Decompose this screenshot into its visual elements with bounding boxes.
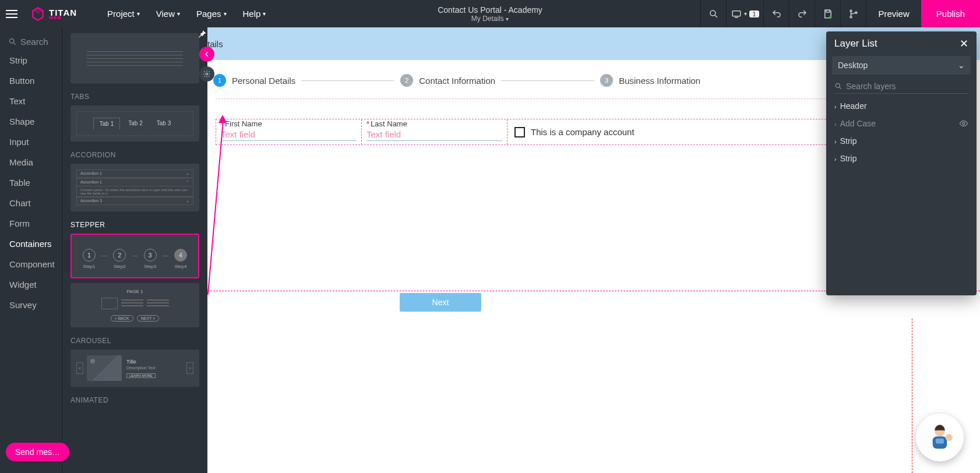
checkbox-icon[interactable] xyxy=(514,127,525,137)
menu-help[interactable]: Help▾ xyxy=(243,9,266,19)
cat-table[interactable]: Table xyxy=(0,172,62,193)
layer-search-input[interactable] xyxy=(846,82,968,91)
cat-shape[interactable]: Shape xyxy=(0,111,62,132)
annotation-arrowhead xyxy=(218,115,227,123)
card-tabs[interactable]: Tab 1 Tab 2 Tab 3 xyxy=(70,105,199,142)
svg-rect-4 xyxy=(826,10,830,12)
section-tabs: TABS xyxy=(70,93,199,101)
section-accordion: ACCORDION xyxy=(70,151,199,159)
layer-item-header[interactable]: ›Header xyxy=(826,97,977,115)
last-name-input[interactable] xyxy=(366,128,502,141)
cat-chart[interactable]: Chart xyxy=(0,193,62,213)
menu-project[interactable]: Project▾ xyxy=(107,9,140,19)
top-menu: Project▾ View▾ Pages▾ Help▾ xyxy=(107,9,266,19)
cat-survey[interactable]: Survey xyxy=(0,295,62,315)
category-rail: Search Strip Button Text Shape Input Med… xyxy=(0,27,62,473)
chevron-down-icon: ▾ xyxy=(506,16,509,22)
card-lines[interactable] xyxy=(70,33,199,83)
eye-icon[interactable] xyxy=(959,119,968,128)
card-pager[interactable]: PAGE 1 < BACKNEXT > xyxy=(70,283,199,327)
step-badge-3[interactable]: 3 xyxy=(600,74,613,87)
section-carousel: CAROUSEL xyxy=(70,337,199,345)
chevron-down-icon: ▾ xyxy=(263,10,266,17)
undo-icon[interactable] xyxy=(763,0,789,27)
field-last-name[interactable]: *Last Name xyxy=(362,119,507,144)
chevron-down-icon: ▾ xyxy=(224,10,227,17)
collapse-panel-button[interactable] xyxy=(199,47,214,62)
svg-point-14 xyxy=(963,122,965,125)
svg-point-0 xyxy=(710,10,715,16)
svg-rect-19 xyxy=(947,434,950,438)
layer-item-strip-1[interactable]: ›Strip xyxy=(826,132,977,150)
cat-text[interactable]: Text xyxy=(0,91,62,111)
svg-line-13 xyxy=(840,87,841,89)
pin-icon[interactable] xyxy=(196,29,207,40)
cat-component[interactable]: Component xyxy=(0,254,62,274)
close-icon[interactable]: ✕ xyxy=(960,37,968,50)
chevron-down-icon: ⌄ xyxy=(958,61,965,70)
first-name-input[interactable] xyxy=(221,128,357,141)
annotation-arrow xyxy=(207,121,224,295)
cat-input[interactable]: Input xyxy=(0,132,62,152)
cat-strip[interactable]: Strip xyxy=(0,50,62,70)
chevron-left-icon: ‹ xyxy=(76,362,83,374)
layer-panel: Layer List ✕ Desktop ⌄ ›Header ›Add Case… xyxy=(826,31,977,295)
topbar-actions: ▾ 1 Preview Publish xyxy=(700,0,980,27)
card-stepper[interactable]: 1Step1 — 2Step2 — 3Step3 — 4Step4 xyxy=(70,234,199,278)
next-button[interactable]: Next xyxy=(400,293,481,312)
card-accordion[interactable]: Accordion 1⌄ Accordion 1⌃ Content panel … xyxy=(70,164,199,211)
svg-point-5 xyxy=(829,16,832,19)
device-count-badge: 1 xyxy=(749,10,759,17)
step-badge-2[interactable]: 2 xyxy=(400,74,413,87)
cat-media[interactable]: Media xyxy=(0,152,62,172)
step-label-3: Business Information xyxy=(619,76,700,86)
chevron-down-icon: ▾ xyxy=(137,10,140,17)
topbar: TITAN WEB Project▾ View▾ Pages▾ Help▾ Co… xyxy=(0,0,980,27)
layer-search[interactable] xyxy=(834,79,968,94)
step-label-1: Personal Details xyxy=(232,76,295,86)
section-animated: ANIMATED xyxy=(70,396,199,404)
svg-point-12 xyxy=(836,83,840,87)
branch-icon[interactable] xyxy=(840,0,866,27)
component-panel: TABS Tab 1 Tab 2 Tab 3 ACCORDION Accordi… xyxy=(62,27,207,473)
step-badge-1[interactable]: 1 xyxy=(213,74,226,87)
redo-icon[interactable] xyxy=(789,0,815,27)
card-carousel[interactable]: ‹ Title Description Text LEARN MORE › xyxy=(70,350,199,387)
help-avatar[interactable] xyxy=(916,414,964,461)
publish-button[interactable]: Publish xyxy=(921,0,980,27)
device-preview[interactable]: ▾ 1 xyxy=(726,0,763,27)
svg-rect-17 xyxy=(936,439,944,444)
svg-point-11 xyxy=(206,73,208,75)
svg-point-7 xyxy=(850,16,852,17)
preview-button[interactable]: Preview xyxy=(866,0,921,27)
svg-point-9 xyxy=(10,39,15,44)
layer-panel-title: Layer List xyxy=(834,38,877,50)
send-message-button[interactable]: Send mes… xyxy=(6,443,69,461)
svg-line-10 xyxy=(13,43,15,44)
svg-point-6 xyxy=(850,10,852,12)
cat-containers[interactable]: Containers xyxy=(0,234,62,254)
field-first-name[interactable]: *First Name xyxy=(216,119,362,144)
cat-button[interactable]: Button xyxy=(0,70,62,91)
step-label-2: Contact Information xyxy=(419,76,495,86)
layer-item-strip-2[interactable]: ›Strip xyxy=(826,150,977,167)
menu-icon[interactable] xyxy=(0,13,23,15)
brand-logo[interactable]: TITAN WEB xyxy=(23,6,84,22)
search-icon[interactable] xyxy=(700,0,726,27)
rail-search[interactable]: Search xyxy=(0,33,62,50)
save-icon[interactable] xyxy=(815,0,840,27)
device-select[interactable]: Desktop ⌄ xyxy=(832,56,971,75)
chevron-right-icon: › xyxy=(186,362,193,374)
section-stepper: STEPPER xyxy=(70,221,199,229)
chevron-down-icon: ▾ xyxy=(177,10,180,17)
gear-icon[interactable] xyxy=(199,66,214,82)
menu-pages[interactable]: Pages▾ xyxy=(196,9,227,19)
menu-view[interactable]: View▾ xyxy=(156,9,180,19)
cat-widget[interactable]: Widget xyxy=(0,274,62,295)
svg-line-1 xyxy=(715,15,717,17)
document-title[interactable]: Contact Us Portal - Academy My Details ▾ xyxy=(438,5,542,23)
svg-rect-2 xyxy=(733,10,741,16)
cat-form[interactable]: Form xyxy=(0,213,62,234)
layer-item-add-case[interactable]: ›Add Case xyxy=(826,115,977,132)
